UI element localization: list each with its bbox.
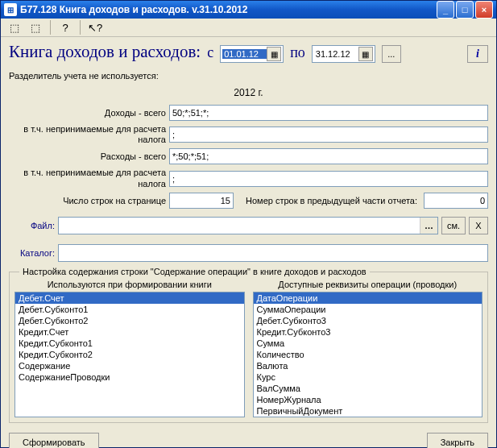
list-item[interactable]: Количество bbox=[254, 349, 483, 360]
generate-button[interactable]: Сформировать bbox=[9, 433, 99, 448]
available-listbox[interactable]: ДатаОперацииСуммаОперацииДебет.Субконто3… bbox=[253, 292, 483, 417]
catalog-input[interactable] bbox=[58, 244, 488, 262]
calendar-icon[interactable]: ▦ bbox=[358, 47, 373, 61]
date-from-input[interactable] bbox=[222, 49, 267, 59]
toolbar-separator bbox=[80, 20, 81, 35]
income-excl-label: в т.ч. непринимаемые для расчета налога bbox=[9, 124, 166, 145]
toolbar-btn-1[interactable]: ⬚ bbox=[6, 19, 23, 36]
income-excl-input[interactable] bbox=[169, 127, 488, 143]
expense-excl-input[interactable] bbox=[169, 171, 488, 187]
date-to-field[interactable]: ▦ bbox=[312, 45, 375, 63]
toolbar-separator bbox=[50, 20, 51, 35]
expense-excl-label: в т.ч. непринимаемые для расчета налога bbox=[9, 168, 166, 189]
lines-per-page-label: Число строк на странице bbox=[9, 196, 166, 205]
file-browse-button[interactable]: … bbox=[420, 218, 437, 234]
available-header: Доступные реквизиты операции (проводки) bbox=[253, 280, 483, 289]
file-clear-button[interactable]: X bbox=[469, 217, 488, 234]
list-item[interactable]: СуммаОперации bbox=[254, 304, 483, 315]
titlebar: ⊞ Б77.128 Книга доходов и расходов. v.31… bbox=[1, 1, 496, 19]
income-total-input[interactable] bbox=[169, 105, 488, 121]
file-label: Файл: bbox=[9, 221, 55, 230]
file-view-button[interactable]: см. bbox=[441, 217, 466, 234]
list-item[interactable]: Валюта bbox=[254, 360, 483, 371]
date-from-field[interactable]: ▦ bbox=[220, 45, 284, 63]
info-button[interactable]: i bbox=[467, 45, 488, 63]
list-item[interactable]: Дебет.Субконто1 bbox=[15, 304, 244, 315]
list-item[interactable]: Курс bbox=[254, 371, 483, 383]
config-legend: Настройка содержания строки "Содержание … bbox=[19, 267, 370, 276]
lines-per-page-input[interactable] bbox=[169, 193, 234, 209]
catalog-label: Каталог: bbox=[9, 248, 55, 258]
page-title: Книга доходов и расходов: bbox=[9, 42, 201, 62]
divider-note: Разделитель учета не используется: bbox=[9, 71, 488, 81]
context-help-button[interactable]: ↖? bbox=[86, 19, 104, 36]
expense-total-label: Расходы - всего bbox=[9, 151, 166, 161]
list-item[interactable]: НомерЖурнала bbox=[254, 394, 483, 405]
file-input-wrap: … bbox=[58, 217, 438, 234]
minimize-button[interactable]: _ bbox=[437, 1, 454, 19]
from-label: с bbox=[207, 44, 213, 61]
income-total-label: Доходы - всего bbox=[9, 108, 166, 118]
list-item[interactable]: СодержаниеПроводки bbox=[15, 371, 244, 383]
year-label: 2012 г. bbox=[9, 87, 488, 98]
toolbar: ⬚ ⬚ ? ↖? bbox=[1, 19, 496, 37]
list-item[interactable]: Содержание bbox=[15, 360, 244, 371]
list-item[interactable]: Кредит.Субконто2 bbox=[15, 349, 244, 360]
used-listbox[interactable]: Дебет.СчетДебет.Субконто1Дебет.Субконто2… bbox=[14, 292, 245, 417]
calendar-icon[interactable]: ▦ bbox=[267, 47, 281, 61]
expense-total-input[interactable] bbox=[169, 148, 488, 164]
list-item[interactable]: Дебет.Счет bbox=[15, 292, 244, 304]
help-button[interactable]: ? bbox=[56, 19, 74, 36]
prev-line-num-label: Номер строк в предыдущей части отчета: bbox=[237, 196, 420, 205]
app-icon: ⊞ bbox=[4, 3, 17, 16]
list-item[interactable]: Кредит.Субконто3 bbox=[254, 326, 483, 338]
toolbar-btn-2[interactable]: ⬚ bbox=[27, 19, 44, 36]
file-input[interactable] bbox=[59, 218, 420, 234]
list-item[interactable]: Кредит.Счет bbox=[15, 326, 244, 338]
list-item[interactable]: ВалСумма bbox=[254, 383, 483, 394]
list-item[interactable]: Дебет.Субконто3 bbox=[254, 315, 483, 326]
list-item[interactable]: ПервичныйДокумент bbox=[254, 405, 483, 417]
list-item[interactable]: Дебет.Субконто2 bbox=[15, 315, 244, 326]
used-header: Используются при формировании книги bbox=[14, 280, 245, 289]
maximize-button[interactable]: □ bbox=[456, 1, 474, 19]
to-label: по bbox=[290, 44, 305, 61]
window-title: Б77.128 Книга доходов и расходов. v.31.1… bbox=[20, 4, 437, 15]
close-button[interactable]: Закрыть bbox=[427, 433, 488, 448]
close-window-button[interactable]: × bbox=[475, 1, 493, 19]
list-item[interactable]: ДатаОперации bbox=[254, 292, 483, 304]
list-item[interactable]: Кредит.Субконто1 bbox=[15, 338, 244, 349]
period-more-button[interactable]: ... bbox=[382, 45, 401, 63]
list-item[interactable]: Сумма bbox=[254, 338, 483, 349]
prev-line-num-input[interactable] bbox=[424, 193, 488, 209]
date-to-input[interactable] bbox=[314, 49, 358, 59]
